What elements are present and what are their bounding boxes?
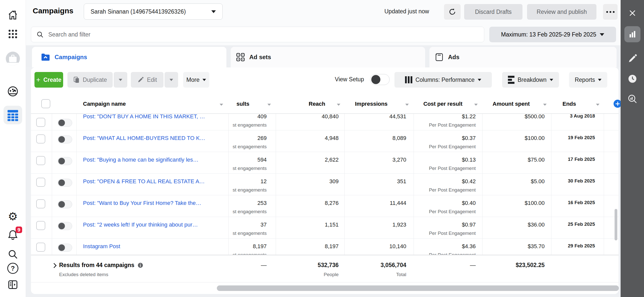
business-avatar[interactable] — [6, 52, 20, 66]
question-glyph: ? — [11, 265, 15, 272]
reach-value: 40,840 — [288, 114, 339, 120]
cost-per-result-value: $4.36 — [425, 243, 476, 250]
search-nav-icon[interactable] — [7, 249, 18, 261]
ads-manager-table-icon[interactable] — [4, 106, 22, 124]
results-value: 269 — [216, 135, 267, 141]
chevron-down-icon — [119, 79, 122, 81]
sort-caret-icon[interactable] — [596, 104, 599, 106]
horizontal-scrollbar[interactable] — [217, 285, 619, 291]
tab-campaigns[interactable]: Campaigns — [32, 47, 226, 67]
ends-date: 17 Feb 2025 — [545, 157, 595, 162]
more-button[interactable]: More — [183, 72, 209, 88]
tab-ads[interactable]: Ads — [429, 47, 617, 67]
campaign-name-link[interactable]: Post: "Buying a home can be significantl… — [83, 157, 228, 163]
more-options-button[interactable] — [603, 4, 618, 20]
breakdown-button[interactable]: Breakdown — [502, 72, 559, 88]
sort-caret-icon[interactable] — [267, 104, 271, 106]
columns-label: Columns: Performance — [415, 77, 474, 83]
ends-date: 30 Feb 2025 — [545, 178, 595, 184]
expand-panel-icon[interactable] — [7, 279, 19, 291]
impressions-value: 3,270 — [356, 157, 406, 163]
edit-dropdown-button[interactable] — [165, 72, 178, 88]
create-button[interactable]: + Create — [34, 72, 63, 88]
footer-reach-total: 532,736 — [288, 262, 339, 269]
campaign-name-link[interactable]: Post: "OPEN & FREE TO ALL REAL ESTATE A… — [83, 178, 228, 185]
chevron-down-icon — [478, 79, 481, 81]
chevron-down-icon — [211, 10, 216, 13]
reports-label: Reports — [575, 77, 595, 83]
edit-button[interactable]: Edit — [131, 72, 164, 88]
ad-sets-grid-icon — [236, 53, 245, 61]
date-range-selector[interactable]: Maximum: 13 Feb 2025-29 Feb 2025 — [489, 27, 616, 42]
gauge-icon[interactable] — [7, 86, 19, 98]
review-publish-button[interactable]: Review and publish — [527, 4, 596, 20]
reach-value: 8,197 — [288, 243, 339, 250]
history-clock-icon[interactable] — [627, 73, 638, 85]
settings-gear-icon[interactable]: ⚙ — [8, 211, 18, 222]
search-filter-bar[interactable] — [31, 27, 484, 42]
edit-panel-pencil-icon[interactable] — [627, 53, 638, 65]
left-nav-rail: ⚙ 9 ? — [0, 0, 26, 297]
amount-spent-value: $36.00 — [494, 221, 545, 228]
date-range-label: Maximum: 13 Feb 2025-29 Feb 2025 — [501, 31, 596, 38]
columns-button[interactable]: Columns: Performance — [394, 72, 492, 88]
campaign-name-link[interactable]: Post: "WHAT ALL HOME-BUYERS NEED TO K… — [83, 135, 228, 141]
breakdown-icon — [508, 76, 514, 84]
sort-caret-icon[interactable] — [405, 104, 409, 106]
apps-grid-icon[interactable] — [9, 30, 17, 38]
notifications-bell-icon[interactable]: 9 — [7, 229, 19, 242]
sort-caret-icon[interactable] — [543, 104, 547, 106]
sort-caret-icon[interactable] — [337, 104, 340, 106]
refresh-button[interactable] — [444, 4, 461, 20]
footer-results-total: — — [216, 262, 267, 269]
header-impressions[interactable]: Impressions — [355, 101, 388, 107]
campaign-name-link[interactable]: Post: "Want to Buy Your First Home? Take… — [83, 200, 228, 206]
reports-button[interactable]: Reports — [569, 72, 607, 88]
sort-caret-icon[interactable] — [220, 104, 223, 106]
results-type-label: st engagements — [206, 231, 267, 236]
search-input[interactable] — [48, 31, 463, 38]
amount-spent-value: $500.00 — [494, 114, 545, 120]
header-reach[interactable]: Reach — [309, 101, 325, 107]
help-icon[interactable]: ? — [7, 263, 18, 274]
view-setup-toggle[interactable] — [370, 74, 390, 85]
duplicate-button[interactable]: Duplicate — [67, 72, 113, 88]
results-value: 12 — [216, 178, 267, 185]
updated-status: Updated just now — [384, 8, 429, 15]
header-cost-per-result[interactable]: Cost per result — [423, 101, 462, 107]
table-row: Post: "Want to Buy Your First Home? Take… — [31, 195, 619, 217]
ads-page-icon — [435, 53, 444, 61]
page-title: Campaigns — [33, 7, 73, 15]
reach-value: 2,622 — [288, 157, 339, 163]
header-campaign-name[interactable]: Campaign name — [83, 101, 126, 107]
impressions-value: 8,089 — [356, 135, 406, 141]
cost-per-result-value: $0.37 — [425, 135, 476, 141]
close-icon[interactable] — [627, 8, 637, 19]
sort-caret-icon[interactable] — [474, 104, 478, 106]
select-all-checkbox[interactable] — [41, 99, 50, 108]
info-icon[interactable] — [137, 262, 143, 268]
cost-per-result-value: $0.13 — [425, 157, 476, 163]
create-label: Create — [43, 77, 61, 83]
header-ends[interactable]: Ends — [562, 101, 576, 107]
duplicate-dropdown-button[interactable] — [114, 72, 127, 88]
campaign-name-link[interactable]: Post: "2 weeks left! If your thinking ab… — [83, 221, 228, 228]
discard-drafts-button[interactable]: Discard Drafts — [464, 4, 522, 20]
results-value: 8,197 — [216, 243, 267, 250]
chevron-right-icon[interactable] — [52, 263, 57, 268]
cost-type-label: Per Post Engagement — [400, 166, 476, 171]
charts-panel-icon[interactable] — [624, 26, 640, 42]
campaign-name-link[interactable]: Post: "DON'T BUY A HOME IN THIS MARKET, … — [83, 114, 228, 120]
account-selector[interactable]: Sarah Sinanan (1496754413926326) — [84, 4, 223, 20]
header-amount-spent[interactable]: Amount spent — [493, 101, 530, 107]
results-value: 37 — [216, 221, 267, 228]
tab-ad-sets[interactable]: Ad sets — [231, 47, 425, 67]
campaign-name-link[interactable]: Instagram Post — [83, 243, 228, 250]
amount-spent-value: $100.00 — [494, 135, 545, 141]
results-type-label: st engagements — [206, 144, 267, 150]
inspect-chart-icon[interactable] — [627, 94, 638, 105]
home-icon[interactable] — [7, 10, 18, 22]
vertical-scrollbar[interactable] — [615, 209, 617, 240]
tab-ad-sets-label: Ad sets — [249, 54, 271, 61]
header-results[interactable]: sults — [236, 101, 249, 107]
